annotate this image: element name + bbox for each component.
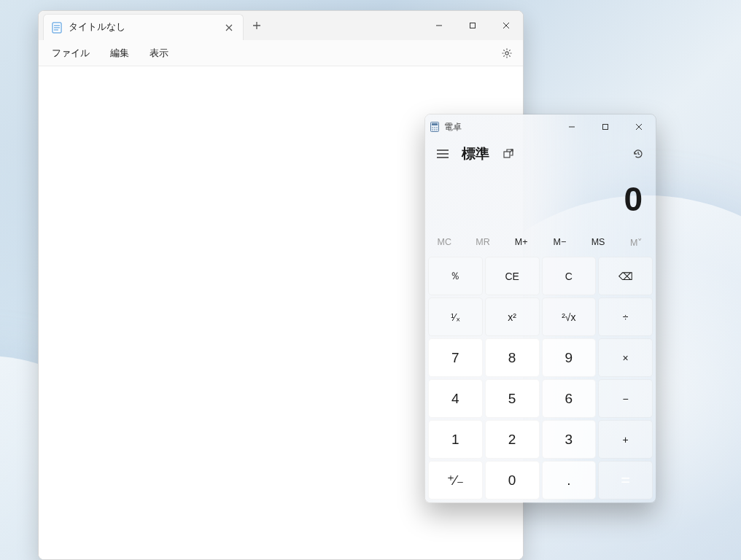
digit-7-key[interactable]: 7 [428, 338, 483, 377]
backspace-key[interactable]: ⌫ [598, 257, 653, 295]
svg-rect-4 [470, 23, 476, 28]
notepad-menu-edit[interactable]: 編集 [100, 42, 139, 64]
notepad-close-button[interactable] [489, 11, 523, 40]
svg-point-9 [434, 127, 435, 128]
digit-3-key[interactable]: 3 [542, 420, 597, 459]
clear-entry-key[interactable]: CE [485, 257, 540, 295]
square-key[interactable]: x² [485, 298, 540, 336]
digit-8-key[interactable]: 8 [485, 338, 540, 377]
calculator-header: 標準 [425, 139, 656, 168]
calculator-icon [425, 122, 444, 132]
svg-point-5 [505, 51, 508, 54]
calculator-titlebar[interactable]: 電卓 [425, 114, 656, 139]
notepad-tab[interactable]: タイトルなし [43, 14, 244, 40]
calculator-keep-on-top-button[interactable] [498, 144, 519, 164]
calculator-mode-label: 標準 [462, 144, 489, 163]
calculator-maximize-button[interactable] [589, 114, 622, 139]
notepad-tab-close-icon[interactable] [222, 23, 236, 33]
notepad-menubar: ファイル 編集 表示 [39, 40, 523, 66]
reciprocal-key[interactable]: ¹⁄ₓ [428, 298, 483, 336]
calculator-minimize-button[interactable] [555, 114, 589, 139]
equals-key[interactable]: = [598, 461, 653, 499]
calculator-keypad: ％ CE C ⌫ ¹⁄ₓ x² ²√x ÷ 7 8 9 × 4 5 6 − 1 … [425, 254, 656, 502]
svg-point-12 [434, 129, 435, 131]
digit-1-key[interactable]: 1 [428, 420, 483, 459]
add-key[interactable]: + [598, 420, 653, 459]
calculator-history-button[interactable] [628, 144, 648, 164]
memory-store-button[interactable]: MS [579, 237, 618, 247]
calculator-close-button[interactable] [622, 114, 656, 139]
digit-0-key[interactable]: 0 [485, 461, 540, 499]
notepad-settings-button[interactable] [494, 43, 520, 63]
notepad-tab-title: タイトルなし [69, 21, 217, 34]
memory-clear-button[interactable]: MC [425, 237, 464, 247]
memory-add-button[interactable]: M+ [502, 237, 540, 247]
calculator-window-title: 電卓 [444, 121, 462, 133]
svg-point-11 [432, 129, 433, 131]
calculator-display-value: 0 [624, 179, 643, 219]
percent-key[interactable]: ％ [428, 257, 483, 295]
memory-list-button[interactable]: M˅ [617, 237, 656, 248]
multiply-key[interactable]: × [598, 338, 653, 377]
calculator-memory-row: MC MR M+ M− MS M˅ [425, 230, 656, 254]
calculator-window: 電卓 標準 0 MC MR M+ M− MS M˅ [424, 114, 656, 503]
digit-4-key[interactable]: 4 [428, 379, 483, 418]
digit-2-key[interactable]: 2 [485, 420, 540, 459]
notepad-menu-file[interactable]: ファイル [42, 42, 100, 64]
subtract-key[interactable]: − [598, 379, 653, 418]
notepad-titlebar[interactable]: タイトルなし [39, 11, 523, 40]
digit-6-key[interactable]: 6 [542, 379, 597, 418]
notepad-minimize-button[interactable] [422, 11, 456, 40]
digit-9-key[interactable]: 9 [542, 338, 597, 377]
notepad-add-tab-button[interactable] [244, 11, 270, 40]
svg-rect-15 [504, 152, 510, 158]
svg-point-13 [436, 129, 438, 131]
svg-point-10 [436, 127, 438, 128]
calculator-display: 0 [425, 168, 656, 230]
divide-key[interactable]: ÷ [598, 298, 653, 336]
calculator-nav-button[interactable] [432, 144, 453, 164]
memory-subtract-button[interactable]: M− [540, 237, 579, 247]
sqrt-key[interactable]: ²√x [542, 298, 597, 336]
notepad-icon [51, 22, 63, 34]
notepad-menu-view[interactable]: 表示 [139, 42, 179, 64]
negate-key[interactable]: ⁺⁄₋ [428, 461, 483, 499]
svg-rect-7 [432, 123, 438, 125]
svg-point-8 [432, 127, 433, 128]
digit-5-key[interactable]: 5 [485, 379, 540, 418]
memory-recall-button[interactable]: MR [464, 237, 503, 247]
decimal-key[interactable]: . [542, 461, 597, 499]
clear-key[interactable]: C [542, 257, 597, 295]
svg-rect-14 [603, 125, 608, 130]
notepad-maximize-button[interactable] [456, 11, 489, 40]
